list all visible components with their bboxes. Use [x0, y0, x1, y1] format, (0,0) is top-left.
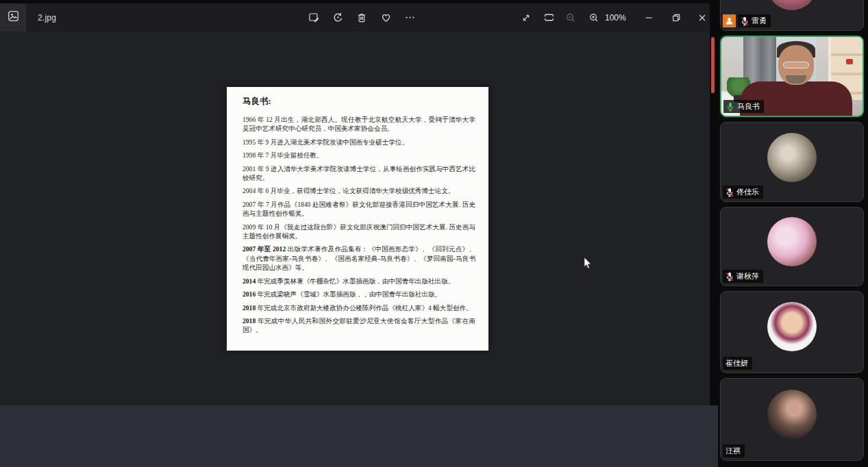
document-paragraph: 2007 年 7 月作品《1840 赴国难者祭》获文化部迎接香港回归中国艺术大展… — [243, 200, 475, 218]
close-button[interactable] — [692, 3, 712, 31]
restore-window-button[interactable] — [666, 3, 686, 31]
photos-app-icon-button[interactable] — [0, 3, 26, 31]
zoom-out-icon[interactable] — [560, 3, 581, 31]
name-badge: 佟佳乐 — [723, 186, 763, 199]
document-paragraph: 2009 年 10 月《我走过这段台阶》获文化部庆祝澳门回归中国艺术大展. 历史… — [243, 223, 475, 241]
filename-title: 2.jpg — [38, 13, 56, 23]
avatar — [767, 217, 817, 266]
document-paragraph: 1998 年 7 月毕业留校任教。 — [243, 151, 475, 160]
more-options-button[interactable] — [399, 3, 420, 31]
zoom-level-label: 100% — [605, 3, 626, 31]
document-page: 马良书: 1966 年 12 月出生，湖北郧西人。现任教于北京航空航天大学，受聘… — [227, 87, 488, 351]
screen: 2.jpg — [0, 0, 868, 467]
minimize-button[interactable] — [638, 3, 659, 31]
favorite-heart-icon[interactable] — [375, 3, 396, 31]
mic-muted-icon — [726, 188, 734, 197]
document-title: 马良书: — [243, 96, 475, 108]
mouse-cursor — [584, 257, 592, 270]
name-badge: 崔佳妍 — [723, 357, 752, 370]
avatar — [767, 390, 817, 439]
zoom-in-icon[interactable] — [584, 3, 604, 31]
glasses — [783, 62, 809, 68]
mic-muted-icon — [741, 16, 749, 26]
participant-tile-tongjiale[interactable]: 佟佳乐 — [720, 122, 864, 202]
avatar — [767, 0, 817, 10]
participant-name: 雷勇 — [752, 16, 767, 26]
beard — [786, 75, 806, 84]
name-badge: 谢秋萍 — [723, 270, 763, 283]
photos-titlebar: 2.jpg — [0, 3, 710, 31]
document-paragraph: 2018 年完成北京市政府新大楼政协办公楼陈列作品《桃红人家》4 幅大型创作。 — [243, 303, 475, 312]
red-ornament — [846, 59, 853, 64]
name-badge: 马良书 — [723, 100, 764, 113]
document-paragraph: 2014 年完成季羡林著《牛棚杂忆》水墨插画版，由中国青年出版社出版。 — [243, 277, 475, 286]
scrollbar-thumb[interactable] — [711, 37, 715, 93]
fit-to-window-icon[interactable] — [538, 3, 559, 31]
participant-tile-cuijiayan[interactable]: 崔佳妍 — [720, 291, 864, 373]
participant-tile-xieqiuping[interactable]: 谢秋萍 — [720, 207, 864, 286]
name-badge: 雷勇 — [738, 14, 771, 27]
edit-image-button[interactable] — [303, 3, 324, 31]
document-paragraph: 2007 年至 2012 出版学术著作及作品集有：《中国画形态学》、《回到元点》… — [243, 244, 475, 272]
host-person-icon — [723, 14, 736, 27]
participants-panel: 雷勇 马良书 — [718, 0, 868, 467]
rotate-button[interactable] — [327, 3, 348, 31]
participant-name: 谢秋萍 — [736, 271, 759, 281]
resize-diagonal-icon[interactable] — [516, 3, 536, 31]
document-paragraph: 1966 年 12 月出生，湖北郧西人。现任教于北京航空航天大学，受聘于清华大学… — [243, 115, 475, 134]
document-paragraph: 2016 年完成梁晓声《雪城》水墨插画版，，由中国青年出版社出版。 — [243, 290, 475, 299]
document-paragraph: 1995 年 9 月进入湖北美术学院攻读中国画专业硕士学位。 — [243, 138, 475, 147]
share-background — [0, 405, 718, 467]
participant-tile-maliangshu-active[interactable]: 马良书 — [720, 36, 864, 117]
participant-name: 马良书 — [737, 101, 760, 112]
photo-canvas: 马良书: 1966 年 12 月出生，湖北郧西人。现任教于北京航空航天大学，受聘… — [0, 31, 710, 405]
picture-icon — [8, 10, 19, 25]
document-paragraph: 2001 年 9 进入清华大学美术学院攻读博士学位，从事绘画创作实践与中西艺术比… — [243, 164, 475, 183]
participant-name: 汪祺 — [726, 446, 741, 456]
participant-tile-wangqi[interactable]: 汪祺 — [720, 378, 864, 461]
name-badge: 汪祺 — [723, 444, 745, 457]
avatar — [767, 133, 817, 182]
avatar — [767, 302, 817, 351]
participant-name: 佟佳乐 — [736, 187, 759, 197]
participant-tile-leiyong[interactable]: 雷勇 — [720, 0, 864, 31]
shared-screen-region: 2.jpg — [0, 0, 718, 467]
delete-button[interactable] — [351, 3, 372, 31]
mic-muted-icon — [726, 272, 734, 281]
document-paragraph: 2004 年 6 月毕业，获得博士学位，论文获得清华大学校级优秀博士论文。 — [243, 186, 475, 195]
document-paragraph: 2018 年完成中华人民共和国外交部驻爱沙尼亚大使馆会客厅大型作品《家在南国》。 — [243, 316, 475, 335]
mic-on-icon — [726, 102, 734, 112]
participant-name: 崔佳妍 — [726, 358, 748, 368]
